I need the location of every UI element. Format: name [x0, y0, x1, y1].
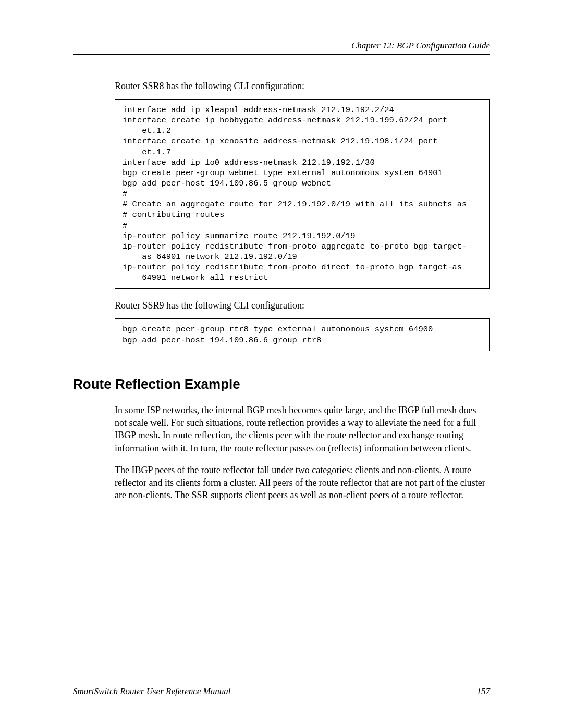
- section-heading: Route Reflection Example: [73, 376, 490, 392]
- page-footer: SmartSwitch Router User Reference Manual…: [73, 682, 490, 697]
- code-block-ssr9: bgp create peer-group rtr8 type external…: [115, 318, 490, 351]
- section-para-1: In some ISP networks, the internal BGP m…: [115, 404, 490, 454]
- manual-title: SmartSwitch Router User Reference Manual: [73, 686, 230, 697]
- section-para-2: The IBGP peers of the route reflector fa…: [115, 464, 490, 502]
- intro-ssr9: Router SSR9 has the following CLI config…: [115, 300, 490, 311]
- page: Chapter 12: BGP Configuration Guide Rout…: [0, 0, 563, 728]
- chapter-header: Chapter 12: BGP Configuration Guide: [73, 41, 490, 55]
- page-number: 157: [477, 686, 491, 697]
- code-block-ssr8: interface add ip xleapnl address-netmask…: [115, 99, 490, 289]
- intro-ssr8: Router SSR8 has the following CLI config…: [115, 81, 490, 92]
- chapter-title: Chapter 12: BGP Configuration Guide: [351, 41, 490, 51]
